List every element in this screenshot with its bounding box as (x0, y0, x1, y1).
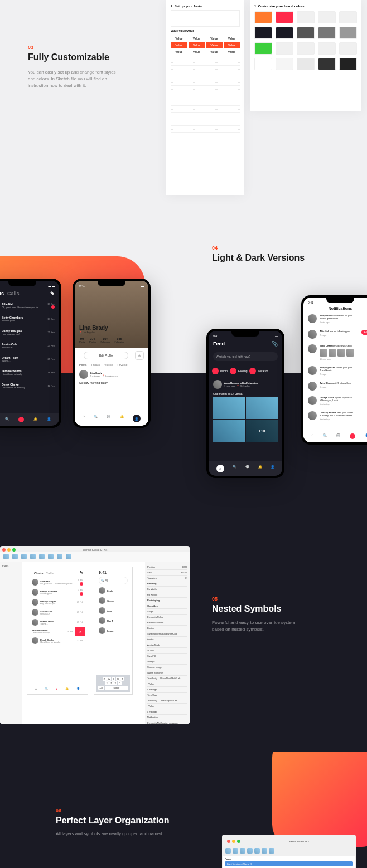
location-action[interactable]: Location (249, 368, 268, 374)
inspector-row[interactable]: Avatar/Circle (147, 642, 187, 648)
search-result[interactable]: Georg (96, 596, 130, 606)
toolbar-item[interactable] (269, 848, 274, 854)
search-result[interactable]: Ray A (96, 616, 130, 626)
toolbar-item[interactable] (30, 554, 36, 559)
search-icon[interactable]: 🔍 (233, 465, 236, 472)
chat-row[interactable]: Betty ChambersSounds good3 Mar (30, 587, 85, 597)
inspector-row[interactable]: 4 min ago (147, 709, 187, 715)
profile-icon[interactable]: 👤 (271, 465, 274, 472)
search-result[interactable]: Linds (96, 586, 130, 596)
profile-tabs[interactable]: Posts Photos Videos Favorite (75, 363, 148, 367)
notification-row[interactable]: George Akins replied to your co«Thank yo… (303, 393, 367, 409)
inspector-row[interactable]: Name Surname (147, 670, 187, 676)
chat-row[interactable]: Derek ClarkeI'll call them on Monday 12 … (30, 636, 85, 646)
inspector-panel[interactable]: Position0 833 Size375 94 Transform0° Res… (145, 562, 190, 724)
attach-icon[interactable]: 📎 (272, 341, 278, 347)
toolbar-item[interactable] (240, 848, 245, 854)
toolbar-item[interactable] (262, 848, 267, 854)
photo-thumb[interactable] (213, 397, 245, 419)
profile-icon[interactable]: 👤 (365, 433, 367, 439)
inspector-row[interactable]: Text/Body – 1 Line/Dark/Bold/Left (147, 676, 187, 681)
toolbar-item[interactable] (3, 554, 9, 559)
photo-thumb[interactable] (246, 397, 278, 419)
toolbar-item[interactable] (225, 848, 231, 854)
bottom-nav[interactable]: ⌂ 🔍 💬 👤 (303, 430, 367, 442)
toolbar-item[interactable] (21, 554, 27, 559)
inspector-row[interactable]: Border (147, 626, 187, 631)
chat-row[interactable]: Allie HallOh, great idea, I haven't seen… (0, 299, 59, 312)
edit-profile-button[interactable]: Edit Profile (84, 352, 128, 359)
inspector-row[interactable]: Notification (147, 715, 187, 720)
window-controls[interactable] (225, 837, 243, 845)
bell-icon-active[interactable] (350, 433, 355, 439)
bottom-nav[interactable]: ⌂ 🔍 🔔 👤 (0, 413, 59, 426)
photo-action[interactable]: Photo (212, 368, 228, 374)
inspector-row[interactable]: Single (147, 609, 187, 615)
bottom-nav[interactable]: ⌂ 🔍 💬 🔔 👤 (75, 411, 148, 426)
search-icon[interactable]: 🔍 (5, 417, 9, 422)
toolbar-item[interactable] (12, 554, 18, 559)
home-icon-active[interactable]: ⌂ (216, 465, 224, 472)
toolbar-item[interactable] (48, 554, 54, 559)
photo-thumb[interactable]: +10 (246, 420, 278, 442)
notification-row[interactable]: Lindsey Ahrens liked your comm«Lindsey, … (303, 408, 367, 424)
inspector-row[interactable]: Elements/Online (147, 615, 187, 620)
inspector-row[interactable]: Text/Body – Date/Regular/Left (147, 698, 187, 704)
inspector-row[interactable]: ~Value (147, 704, 187, 709)
home-icon[interactable]: ⌂ (312, 433, 314, 439)
profile-icon[interactable]: 👤 (47, 417, 51, 422)
delete-swipe-action[interactable]: ✕ (75, 627, 85, 636)
search-result[interactable]: Image (96, 626, 130, 636)
active-page[interactable]: Light Version – iPhone X (225, 861, 353, 866)
notification-row[interactable]: Betty Chambers liked your 3 ph15 min ago (303, 342, 367, 363)
chat-row[interactable]: Dream TeamTyping…25 Feb (0, 352, 59, 365)
inspector-row[interactable]: ~Image (147, 659, 187, 665)
inspector-row[interactable]: ~Color (147, 648, 187, 654)
inspector-row[interactable]: Style/Fill (147, 654, 187, 659)
toolbar-item[interactable] (39, 554, 45, 559)
chat-row[interactable]: Danny DouglasHey, how are you?25 Feb (0, 325, 59, 339)
inspector-row[interactable]: ~Value (147, 681, 187, 687)
compose-icon[interactable]: ✎ (80, 570, 83, 576)
inspector-row[interactable]: Choose Image (147, 665, 187, 670)
settings-icon[interactable]: ⚙ (135, 351, 144, 360)
compose-icon[interactable]: ✎ (50, 291, 55, 296)
inspector-row[interactable]: Style/Border/Round/White 2px (147, 631, 187, 637)
search-icon[interactable]: 🔍 (94, 415, 98, 422)
chat-icon[interactable]: 💬 (245, 465, 249, 472)
profile-icon-active[interactable]: 👤 (133, 415, 141, 422)
chat-row[interactable]: Derek ClarkeI'll call them on Monday12 F… (0, 379, 59, 392)
toolbar-item[interactable] (247, 848, 253, 854)
notification-row[interactable]: Ricky Willis commented on your«Wow, grea… (303, 311, 367, 327)
inspector-row[interactable]: Avatar (147, 637, 187, 642)
toolbar-item[interactable] (233, 848, 238, 854)
inspector-row[interactable]: Time/Date (147, 693, 187, 698)
notification-row[interactable]: Tyler Olson and 21 others liked9h ago (303, 379, 367, 393)
toolbar-item[interactable] (57, 554, 62, 559)
tabs[interactable]: ChatsCalls (0, 291, 23, 296)
search-result[interactable]: Jane (96, 606, 130, 616)
chat-icon[interactable] (18, 417, 24, 422)
chat-icon[interactable]: 💬 (107, 415, 110, 422)
notification-row[interactable]: Ricky Spenser shared your postTravel Add… (303, 363, 367, 379)
home-icon[interactable]: ⌂ (83, 415, 85, 422)
chat-row[interactable]: Jerome WaltonI don't know actually16 Feb (0, 365, 59, 379)
bell-icon[interactable]: 🔔 (33, 417, 37, 422)
notification-row[interactable]: Allie Hall started following you2h agoFo… (303, 327, 367, 342)
feed-actions[interactable]: Photo Feeling Location (209, 364, 282, 378)
toolbar-item[interactable] (254, 848, 260, 854)
inspector-row[interactable]: 4 min ago (147, 687, 187, 693)
feed-input[interactable]: What do you feel right now? (213, 352, 278, 361)
chat-row[interactable]: Austin Colehahaha OK25 Feb (0, 339, 59, 352)
photo-thumb[interactable] (213, 420, 245, 442)
bell-icon[interactable]: 🔔 (120, 415, 124, 422)
chat-row[interactable]: Austin Colehahaha OK25 Feb (30, 607, 85, 617)
chat-row[interactable]: Dream TeamTyping…25 Feb (30, 617, 85, 627)
chat-row[interactable]: Danny DouglasHey, how are you?25 Feb (30, 597, 85, 607)
inspector-row[interactable]: Elements/Online (147, 620, 187, 626)
chat-icon[interactable]: 💬 (336, 433, 340, 439)
chat-row[interactable]: Betty ChambersSounds good19 Dec (0, 312, 59, 325)
feeling-action[interactable]: Feeling (230, 368, 247, 374)
toolbar-item[interactable] (66, 554, 71, 559)
bottom-nav[interactable]: ⌂🔍●🔔👤 (30, 685, 85, 692)
